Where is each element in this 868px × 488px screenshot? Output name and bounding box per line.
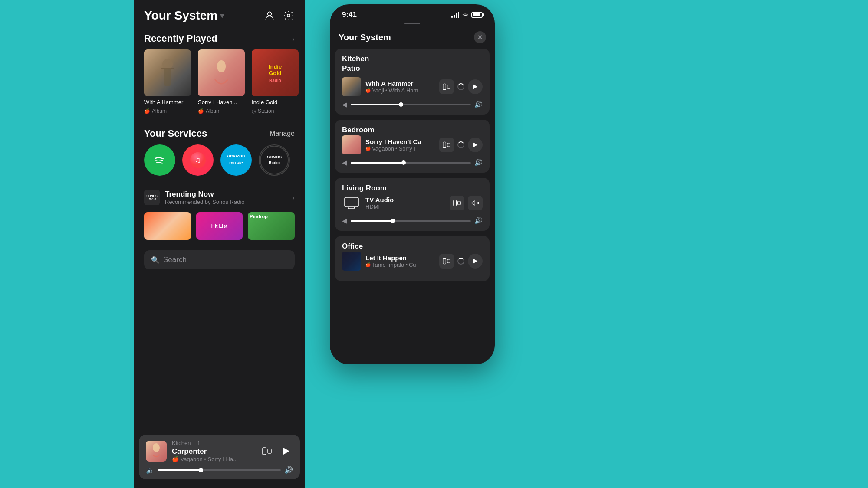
progress-track[interactable] — [158, 469, 281, 471]
left-phone: Your System ▾ Rec — [134, 0, 305, 488]
recently-played-header: Recently Played › — [134, 29, 305, 49]
now-playing-info: Kitchen + 1 Carpenter 🍎 Vagabon • Sorry … — [172, 440, 255, 462]
vol-fill-bedroom — [351, 162, 404, 164]
album-card-hammer[interactable]: With A Hammer 🍎 Album — [144, 49, 191, 114]
vol-track-bedroom[interactable] — [351, 162, 471, 164]
settings-icon[interactable] — [283, 10, 295, 22]
track-controls-kitchen — [439, 79, 483, 94]
room-name-office: Office — [342, 242, 483, 251]
vol-down-livingroom: ◀ — [342, 217, 347, 225]
group-btn-livingroom[interactable] — [450, 196, 464, 210]
services-scroll: ♫ amazon music SONOS Radio — [134, 144, 305, 176]
loading-spinner-bedroom — [457, 141, 464, 148]
track-title-office: Let It Happen — [365, 254, 435, 262]
status-icons — [451, 12, 483, 18]
album-art-indie: Indie Gold Radio — [252, 49, 299, 96]
svg-marker-18 — [283, 448, 289, 455]
svg-rect-29 — [454, 200, 457, 206]
sonos-icon-indie: ◎ — [252, 108, 256, 114]
now-playing-room: Kitchen + 1 — [172, 440, 255, 446]
track-info-bedroom: Sorry I Haven't Ca 🍎 Vagabon • Sorry I — [365, 138, 435, 152]
amazon-music-icon[interactable]: amazon music — [220, 144, 252, 176]
trending-arrow[interactable]: › — [292, 193, 295, 203]
vol-up-livingroom: 🔊 — [474, 217, 483, 225]
play-btn[interactable] — [279, 444, 293, 458]
status-time: 9:41 — [342, 10, 357, 19]
svg-rect-30 — [458, 201, 461, 205]
hitlist-label: Hit List — [211, 223, 227, 229]
trending-left: SONOS Radio Trending Now Recommended by … — [144, 190, 245, 205]
manage-link[interactable]: Manage — [270, 130, 295, 138]
playlist-hitlist[interactable]: Hit List — [196, 212, 243, 240]
track-info-kitchen: With A Hammer 🍎 Yaeji • With A Ham — [365, 80, 435, 94]
svg-rect-20 — [447, 85, 450, 88]
album-card-sorry[interactable]: Sorry I Haven... 🍎 Album — [198, 49, 245, 114]
album-card-indie[interactable]: Indie Gold Radio Indie Gold ◎ Station — [252, 49, 299, 114]
play-btn-office[interactable] — [468, 254, 483, 269]
sheet-title: Your System — [339, 33, 391, 43]
room-card-office: Office Let It Happen 🍎 Tame Impala • Cu — [335, 236, 490, 281]
track-info-livingroom: TV Audio HDMI — [365, 196, 445, 210]
left-header: Your System ▾ — [134, 0, 305, 29]
header-icons — [263, 10, 295, 22]
system-title-group[interactable]: Your System ▾ — [144, 9, 224, 23]
track-artist-livingroom: HDMI — [365, 203, 445, 210]
right-phone: 9:41 — [330, 4, 495, 364]
services-header: Your Services Manage — [134, 124, 305, 144]
spotify-icon[interactable] — [144, 144, 175, 176]
group-btn-office[interactable] — [439, 254, 454, 269]
search-icon: 🔍 — [151, 256, 160, 264]
svg-point-15 — [153, 443, 160, 452]
signal-bar-1 — [451, 16, 453, 18]
group-btn[interactable] — [260, 444, 274, 458]
vol-up-kitchen: 🔊 — [474, 101, 483, 108]
track-title-bedroom: Sorry I Haven't Ca — [365, 138, 435, 145]
apple-icon-sorry: 🍎 — [198, 108, 204, 114]
album-title-hammer: With A Hammer — [144, 99, 191, 105]
track-controls-bedroom — [439, 138, 483, 152]
system-title: Your System — [144, 9, 217, 23]
now-playing-controls — [260, 444, 293, 458]
svg-marker-24 — [473, 143, 477, 147]
play-btn-kitchen[interactable] — [468, 79, 483, 94]
services-section: Your Services Manage — [134, 121, 305, 183]
loading-spinner-office — [457, 258, 464, 265]
sonos-radio-icon[interactable]: SONOS Radio — [259, 144, 290, 176]
progress-fill — [158, 469, 201, 471]
vol-track-livingroom[interactable] — [351, 220, 471, 222]
progress-bar[interactable]: 🔈 🔊 — [146, 466, 293, 474]
search-placeholder: Search — [163, 255, 187, 264]
search-bar[interactable]: 🔍 Search — [144, 250, 295, 269]
svg-point-0 — [268, 12, 272, 16]
signal-bars-icon — [451, 12, 459, 18]
now-playing-bar[interactable]: Kitchen + 1 Carpenter 🍎 Vagabon • Sorry … — [139, 435, 300, 479]
playlist-pindrop[interactable]: Pindrop — [248, 212, 295, 240]
play-btn-bedroom[interactable] — [468, 138, 483, 152]
playlist-sunset[interactable] — [144, 212, 191, 240]
services-title: Your Services — [144, 128, 207, 139]
recently-played-arrow[interactable]: › — [292, 34, 295, 44]
album-art-sorry — [198, 49, 245, 96]
mute-btn-livingroom[interactable] — [468, 196, 483, 210]
close-button[interactable]: ✕ — [474, 31, 486, 43]
svg-text:Radio: Radio — [269, 160, 280, 165]
apple-music-icon[interactable]: ♫ — [182, 144, 214, 176]
profile-icon[interactable] — [263, 10, 276, 22]
svg-marker-36 — [473, 259, 477, 264]
vol-track-kitchen[interactable] — [351, 104, 471, 105]
pindrop-label: Pindrop — [248, 212, 270, 221]
battery-icon — [471, 12, 483, 18]
volume-row-bedroom: ◀ 🔊 — [342, 159, 483, 167]
room-name-kitchen: Kitchen — [342, 55, 483, 63]
progress-thumb — [199, 468, 203, 472]
now-playing-album: Sorry I Ha... — [208, 456, 238, 462]
vol-fill-livingroom — [351, 220, 393, 222]
room-subname-patio: Patio — [342, 64, 483, 73]
track-controls-livingroom — [450, 196, 483, 210]
svg-rect-17 — [268, 449, 271, 453]
now-playing-art — [146, 441, 167, 462]
group-btn-bedroom[interactable] — [439, 138, 454, 152]
group-btn-kitchen[interactable] — [439, 79, 454, 94]
trending-section[interactable]: SONOS Radio Trending Now Recommended by … — [134, 183, 305, 212]
signal-bar-2 — [454, 15, 455, 18]
